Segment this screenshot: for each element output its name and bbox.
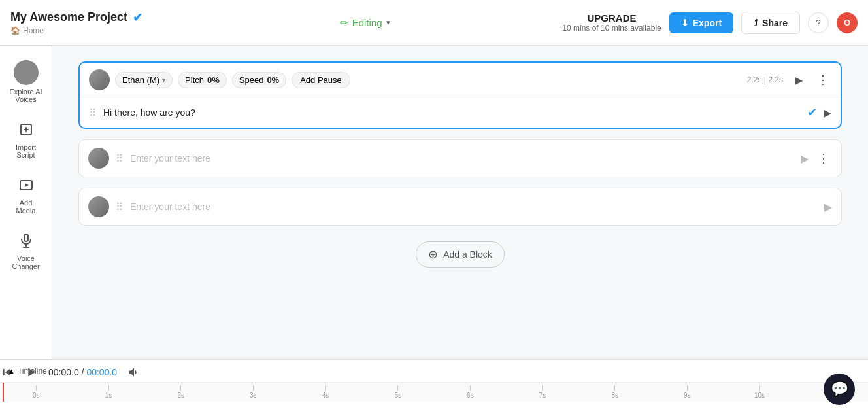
- add-pause-label-1: Add Pause: [300, 75, 342, 85]
- chat-icon: 💬: [831, 381, 848, 398]
- content-area: Ethan (M) ▾ Pitch 0% Speed 0% Add Pause …: [52, 46, 868, 359]
- more-menu-button-1[interactable]: ⋮: [814, 71, 831, 88]
- sidebar-item-import-script[interactable]: Import Script: [4, 115, 48, 165]
- voice-block-3: ⠿ Enter your text here ▶: [78, 188, 842, 226]
- duration-1: 2.2s | 2.2s: [747, 75, 783, 84]
- sidebar-label-explore: Explore AI Voices: [9, 88, 43, 103]
- add-media-icon: [18, 177, 34, 196]
- pitch-value-1: 0%: [207, 75, 220, 85]
- tick-line: [253, 385, 254, 391]
- pitch-label-1: Pitch: [185, 75, 204, 85]
- tick-line: [326, 385, 326, 391]
- voice-changer-icon: [18, 233, 34, 252]
- tick-label: 5s: [394, 392, 401, 399]
- more-menu-button-2[interactable]: ⋮: [815, 150, 832, 167]
- sidebar-label-import: Import Script: [9, 143, 43, 159]
- tick-line: [542, 385, 543, 391]
- ruler-tick: 1s: [73, 385, 145, 399]
- chevron-down-icon: ▾: [386, 18, 390, 27]
- breadcrumb-home: Home: [23, 26, 44, 35]
- timeline-label: Timeline: [18, 366, 47, 375]
- speed-button-1[interactable]: Speed 0%: [232, 72, 286, 88]
- play-button-header-1[interactable]: ▶: [790, 71, 808, 89]
- timeline-collapse-button[interactable]: ▲ Timeline: [8, 366, 47, 375]
- topbar: My Awesome Project ✔ 🏠 Home ✏ Editing ▾ …: [0, 0, 868, 46]
- add-block-button[interactable]: ⊕ Add a Block: [416, 241, 505, 268]
- ruler-tick: 4s: [290, 385, 362, 399]
- export-label: Export: [693, 18, 722, 28]
- timeline-ruler: 0s1s2s3s4s5s6s7s8s9s10s11s: [0, 382, 868, 402]
- voice-name-button-1[interactable]: Ethan (M) ▾: [115, 72, 173, 88]
- upgrade-sub: 10 mins of 10 mins available: [562, 24, 661, 33]
- ruler-tick: 3s: [217, 385, 290, 399]
- project-name-row: My Awesome Project ✔: [10, 10, 167, 25]
- export-button[interactable]: ⬇ Export: [669, 12, 733, 33]
- help-button[interactable]: ?: [808, 12, 829, 33]
- ruler-tick: 0s: [0, 385, 73, 399]
- voice-text-placeholder-3[interactable]: Enter your text here: [130, 201, 818, 212]
- tick-line: [470, 385, 471, 391]
- svg-rect-5: [24, 234, 28, 241]
- project-title: My Awesome Project: [10, 10, 127, 24]
- timeline-controls-wrap: ▲ Timeline 00:00.0 / 00:00.0: [0, 360, 868, 382]
- share-button[interactable]: ⤴ Share: [741, 12, 800, 34]
- drag-handle-3[interactable]: ⠿: [116, 201, 124, 213]
- sidebar-label-voice-changer: Voice Changer: [9, 254, 43, 270]
- voice-block-3-avatar: [88, 196, 109, 217]
- check-icon-1: ✔: [807, 105, 817, 120]
- play-btn-inline-3[interactable]: ▶: [824, 201, 832, 213]
- help-icon: ?: [816, 18, 821, 28]
- play-btn-inline-1[interactable]: ▶: [824, 107, 831, 119]
- drag-handle-2[interactable]: ⠿: [116, 152, 124, 165]
- main-layout: Explore AI Voices Import Script Add Medi…: [0, 46, 868, 359]
- ruler-tick: 9s: [651, 385, 724, 399]
- chevron-down-icon-voice-1: ▾: [162, 77, 165, 84]
- drag-handle-1[interactable]: ⠿: [89, 107, 97, 119]
- project-info: My Awesome Project ✔ 🏠 Home: [10, 10, 167, 35]
- sidebar-item-voice-changer[interactable]: Voice Changer: [4, 226, 48, 277]
- sidebar-item-add-media[interactable]: Add Media: [4, 171, 48, 221]
- svg-marker-4: [25, 183, 29, 187]
- speed-value-1: 0%: [267, 75, 279, 85]
- volume-button[interactable]: [127, 366, 141, 379]
- sidebar-item-explore-ai-voices[interactable]: Explore AI Voices: [4, 54, 48, 110]
- tick-label: 1s: [105, 392, 112, 399]
- voice-block-1-text-row: ⠿ Hi there, how are you? ✔ ▶: [80, 97, 841, 128]
- ruler-tick: 8s: [578, 385, 651, 399]
- editing-mode-button[interactable]: ✏ Editing ▾: [340, 17, 390, 29]
- sidebar-label-media: Add Media: [9, 199, 43, 215]
- tick-label: 4s: [322, 392, 329, 399]
- tick-line: [36, 385, 37, 391]
- add-pause-button-1[interactable]: Add Pause: [292, 72, 350, 88]
- home-folder-icon: 🏠: [10, 26, 20, 35]
- tick-label: 0s: [33, 392, 40, 399]
- voice-text-1[interactable]: Hi there, how are you?: [103, 107, 801, 118]
- ruler-tick: 5s: [361, 385, 434, 399]
- ruler-tick: 10s: [724, 385, 796, 399]
- speed-label-1: Speed: [239, 75, 264, 85]
- tick-label: 9s: [684, 392, 691, 399]
- voice-block-1: Ethan (M) ▾ Pitch 0% Speed 0% Add Pause …: [78, 61, 842, 129]
- ruler-ticks: 0s1s2s3s4s5s6s7s8s9s10s11s: [0, 383, 868, 402]
- share-label: Share: [762, 18, 788, 28]
- voice-block-1-header: Ethan (M) ▾ Pitch 0% Speed 0% Add Pause …: [80, 63, 841, 97]
- total-time-value: 00:00.0: [86, 367, 117, 377]
- playhead[interactable]: [3, 383, 4, 402]
- voice-text-placeholder-2[interactable]: Enter your text here: [130, 153, 794, 164]
- pitch-button-1[interactable]: Pitch 0%: [178, 72, 227, 88]
- play-btn-inline-2[interactable]: ▶: [801, 152, 809, 165]
- user-avatar[interactable]: O: [837, 12, 858, 33]
- share-icon: ⤴: [754, 18, 758, 28]
- upgrade-label: UPGRADE: [562, 12, 661, 24]
- project-verified-icon: ✔: [133, 10, 142, 25]
- upgrade-section: UPGRADE 10 mins of 10 mins available: [562, 12, 661, 33]
- ruler-tick: 6s: [434, 385, 507, 399]
- chat-support-button[interactable]: 💬: [824, 374, 855, 405]
- pencil-icon: ✏: [340, 17, 348, 29]
- ruler-tick: 7s: [507, 385, 579, 399]
- breadcrumb[interactable]: 🏠 Home: [10, 26, 167, 35]
- tick-line: [180, 385, 181, 391]
- import-script-icon: [18, 122, 34, 141]
- ruler-tick: 2s: [144, 385, 217, 399]
- tick-label: 10s: [754, 392, 765, 399]
